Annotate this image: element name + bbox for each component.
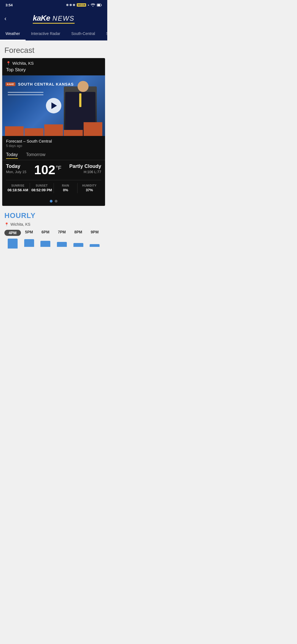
tab-interactive-radar[interactable]: Interactive Radar [26, 28, 66, 40]
temp-value: 102 [34, 163, 55, 177]
hour-label-8pm: 8PM [70, 230, 87, 234]
sunrise-label: SUNRISE [6, 184, 30, 187]
hour-bar-container-7pm [54, 236, 70, 247]
hour-label-7pm: 7PM [54, 230, 70, 234]
signal-dot-small: ● [88, 4, 89, 6]
hour-bar-5pm [24, 239, 34, 247]
location-row: 📍 Wichita, KS [2, 58, 105, 67]
hour-bar-4pm [8, 239, 18, 249]
nav-tabs: Weather Interactive Radar South-Central … [0, 28, 107, 40]
box-4 [64, 130, 82, 136]
hi-lo-text: H:106 L:77 [69, 170, 101, 174]
video-boxes [2, 119, 105, 136]
banner-text: SOUTH CENTRAL KANSAS [18, 82, 74, 86]
wccb-badge: WCCB [77, 3, 86, 7]
play-button[interactable] [46, 98, 61, 113]
app-logo: kaKe NEWS [33, 14, 75, 23]
condition-text: Partly Cloudy [69, 163, 101, 169]
tab-weather[interactable]: Weather [0, 28, 26, 40]
weather-main-row: Today Mon, July 15 102°F Partly Cloudy H… [6, 163, 101, 176]
status-dots [66, 4, 75, 6]
forecast-title: Forecast [4, 46, 103, 55]
kake-logo-small: KAKE [6, 82, 15, 86]
humidity-value: 37% [78, 188, 101, 192]
location-text: Wichita, KS [12, 61, 34, 66]
hour-bar-container-9pm [86, 236, 103, 247]
hour-item-5pm[interactable]: 5PM [21, 230, 37, 249]
hour-item-9pm[interactable]: 9PM [86, 230, 103, 249]
hour-bar-container-5pm [21, 236, 37, 247]
hour-item-8pm[interactable]: 8PM [70, 230, 87, 249]
hour-label-5pm: 5PM [21, 230, 37, 234]
video-time: 5 days ago [6, 144, 101, 148]
stat-rain: RAIN 0% [54, 183, 78, 193]
signal-dot-3 [73, 4, 75, 6]
box-2 [24, 128, 43, 136]
tab-today[interactable]: Today [6, 152, 18, 159]
hour-bar-container-8pm [70, 236, 87, 247]
logo-container: kaKe NEWS [33, 14, 75, 24]
forecast-card: 📍 Wichita, KS Top Story KAKE SOUTH CENTR… [2, 58, 105, 206]
location-pin-icon: 📍 [6, 61, 11, 66]
video-caption: Forecast – South Central 5 days ago [2, 136, 105, 149]
hourly-location: 📍 Wichita, KS [4, 222, 103, 227]
wifi-icon [91, 3, 95, 7]
video-thumbnail[interactable]: KAKE SOUTH CENTRAL KANSAS [2, 75, 105, 136]
top-story-label: Top Story [2, 67, 105, 75]
hourly-times: 4PM 5PM 6PM 7PM [4, 230, 103, 249]
hour-bar-9pm [90, 244, 100, 247]
status-time: 3:54 [6, 3, 13, 7]
box-5 [84, 122, 102, 136]
sunset-label: SUNSET [30, 184, 54, 187]
hour-bar-6pm [40, 241, 50, 247]
weather-center-col: 102°F [34, 163, 61, 176]
forecast-header: Forecast [0, 40, 107, 58]
hour-item-7pm[interactable]: 7PM [54, 230, 70, 249]
hour-bar-container-6pm [37, 236, 54, 247]
signal-dot-2 [70, 4, 72, 6]
sunrise-value: 06:18:56 AM [6, 188, 30, 192]
high-temp: H:106 [84, 170, 93, 174]
pagination-dots [2, 197, 105, 206]
battery-icon [97, 4, 102, 7]
hourly-location-text: Wichita, KS [10, 222, 30, 227]
svg-rect-1 [97, 4, 100, 6]
hourly-section: HOURLY 📍 Wichita, KS 4PM 5PM 6PM [0, 206, 107, 252]
play-icon [51, 102, 57, 109]
tab-s[interactable]: S... [101, 28, 107, 40]
low-temp: L:77 [94, 170, 101, 174]
box-1 [5, 126, 24, 136]
loading-bar-1 [8, 92, 43, 93]
humidity-label: HUMIDITY [78, 184, 101, 187]
back-button[interactable]: ‹ [4, 15, 6, 22]
tab-south-central[interactable]: South-Central [66, 28, 100, 40]
hour-bar-7pm [57, 242, 67, 247]
tab-tomorrow[interactable]: Tomorrow [26, 152, 45, 159]
weather-stats: SUNRISE 06:18:56 AM SUNSET 08:52:09 PM R… [6, 180, 101, 193]
hour-label-4pm: 4PM [4, 230, 21, 236]
day-tabs: Today Tomorrow [2, 149, 105, 160]
hour-label-9pm: 9PM [86, 230, 103, 234]
stat-sunset: SUNSET 08:52:09 PM [30, 183, 54, 193]
loading-bars [8, 92, 43, 95]
status-icons: WCCB ● [66, 3, 102, 7]
weather-details: Today Mon, July 15 102°F Partly Cloudy H… [2, 160, 105, 197]
rain-label: RAIN [54, 184, 78, 187]
app-header: ‹ kaKe NEWS [0, 10, 107, 28]
box-3 [44, 124, 63, 136]
main-content: Forecast 📍 Wichita, KS Top Story KAKE SO… [0, 40, 107, 252]
hour-item-6pm[interactable]: 6PM [37, 230, 54, 249]
pagination-dot-1 [50, 200, 53, 203]
date-text: Mon, July 15 [6, 170, 26, 174]
logo-underline [33, 23, 75, 24]
hour-item-4pm[interactable]: 4PM [4, 230, 21, 249]
stat-humidity: HUMIDITY 37% [78, 183, 101, 193]
pagination-dot-2 [55, 200, 57, 203]
hour-label-6pm: 6PM [37, 230, 54, 234]
temp-unit: °F [56, 165, 61, 171]
hour-bar-container-4pm [4, 238, 21, 249]
hour-bar-8pm [73, 243, 83, 247]
temperature-display: 102°F [34, 163, 61, 176]
hourly-location-pin-icon: 📍 [4, 222, 9, 227]
hourly-title: HOURLY [4, 211, 103, 220]
